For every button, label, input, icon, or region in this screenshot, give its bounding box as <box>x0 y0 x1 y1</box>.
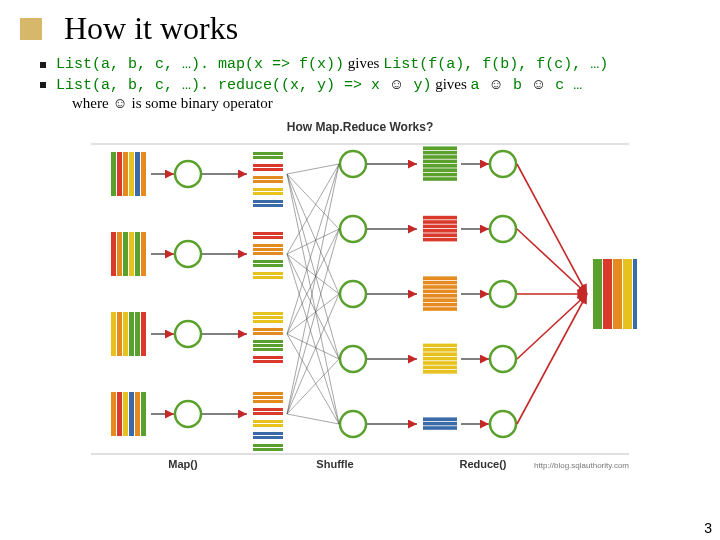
svg-rect-133 <box>423 370 457 374</box>
svg-rect-6 <box>111 232 116 276</box>
svg-point-29 <box>175 321 201 347</box>
svg-text:Reduce(): Reduce() <box>459 458 506 470</box>
svg-point-145 <box>490 346 516 372</box>
svg-rect-127 <box>423 344 457 348</box>
smile-icon: ☺ <box>389 75 404 92</box>
svg-rect-41 <box>253 200 283 203</box>
svg-rect-63 <box>253 360 283 363</box>
svg-rect-44 <box>253 232 283 235</box>
svg-point-147 <box>490 411 516 437</box>
title-accent-box <box>20 18 42 40</box>
svg-rect-67 <box>253 400 283 403</box>
svg-rect-4 <box>135 152 140 196</box>
mapreduce-diagram: Map()ShuffleReduce()http://blog.sqlautho… <box>83 134 637 474</box>
code-fragment: y) <box>404 77 431 94</box>
svg-rect-103 <box>423 151 457 155</box>
svg-rect-9 <box>129 232 134 276</box>
svg-rect-113 <box>423 225 457 229</box>
svg-line-100 <box>287 414 339 424</box>
svg-rect-21 <box>129 392 134 436</box>
svg-rect-75 <box>253 448 283 451</box>
svg-rect-132 <box>423 366 457 370</box>
svg-line-157 <box>517 294 587 424</box>
svg-line-153 <box>517 164 587 294</box>
svg-rect-60 <box>253 344 283 347</box>
svg-rect-58 <box>253 332 283 335</box>
svg-rect-105 <box>423 160 457 164</box>
svg-rect-49 <box>253 260 283 263</box>
svg-rect-61 <box>253 348 283 351</box>
svg-point-79 <box>340 346 366 372</box>
svg-rect-45 <box>253 236 283 239</box>
svg-rect-47 <box>253 248 283 251</box>
svg-line-95 <box>287 334 339 424</box>
svg-rect-69 <box>253 412 283 415</box>
svg-rect-14 <box>123 312 128 356</box>
svg-rect-123 <box>423 298 457 302</box>
svg-rect-128 <box>423 348 457 352</box>
bullet-square-icon <box>40 82 46 88</box>
svg-point-31 <box>175 401 201 427</box>
svg-point-143 <box>490 281 516 307</box>
svg-rect-38 <box>253 180 283 183</box>
svg-rect-119 <box>423 281 457 285</box>
svg-rect-114 <box>423 229 457 233</box>
svg-rect-68 <box>253 408 283 411</box>
svg-rect-5 <box>141 152 146 196</box>
code-fragment: List(f(a), f(b), f(c), …) <box>383 56 608 73</box>
svg-rect-107 <box>423 168 457 172</box>
text-fragment: gives <box>344 55 383 71</box>
svg-rect-19 <box>117 392 122 436</box>
svg-rect-62 <box>253 356 283 359</box>
svg-rect-15 <box>129 312 134 356</box>
svg-point-77 <box>340 216 366 242</box>
svg-rect-35 <box>253 164 283 167</box>
svg-rect-74 <box>253 444 283 447</box>
svg-rect-22 <box>135 392 140 436</box>
svg-rect-112 <box>423 220 457 224</box>
svg-rect-34 <box>253 156 283 159</box>
svg-rect-10 <box>135 232 140 276</box>
svg-rect-51 <box>253 272 283 275</box>
svg-rect-39 <box>253 188 283 191</box>
svg-rect-109 <box>423 177 457 181</box>
svg-rect-65 <box>253 392 283 395</box>
svg-text:Map(): Map() <box>168 458 198 470</box>
svg-point-80 <box>340 411 366 437</box>
svg-rect-152 <box>633 259 637 329</box>
svg-point-141 <box>490 216 516 242</box>
svg-rect-2 <box>123 152 128 196</box>
svg-rect-50 <box>253 264 283 267</box>
svg-line-92 <box>287 229 339 334</box>
svg-rect-18 <box>111 392 116 436</box>
svg-line-98 <box>287 294 339 414</box>
svg-rect-70 <box>253 420 283 423</box>
svg-rect-1 <box>117 152 122 196</box>
svg-point-27 <box>175 241 201 267</box>
code-fragment: a <box>471 77 489 94</box>
svg-rect-57 <box>253 328 283 331</box>
svg-text:http://blog.sqlauthority.com: http://blog.sqlauthority.com <box>534 461 629 470</box>
svg-rect-46 <box>253 244 283 247</box>
smile-icon: ☺ <box>531 75 546 92</box>
svg-rect-16 <box>135 312 140 356</box>
svg-rect-130 <box>423 357 457 361</box>
svg-rect-122 <box>423 294 457 298</box>
diagram-title: How Map.Reduce Works? <box>0 120 720 134</box>
svg-rect-12 <box>111 312 116 356</box>
svg-rect-33 <box>253 152 283 155</box>
svg-rect-71 <box>253 424 283 427</box>
svg-rect-54 <box>253 312 283 315</box>
svg-point-139 <box>490 151 516 177</box>
svg-line-81 <box>287 164 339 174</box>
svg-rect-20 <box>123 392 128 436</box>
svg-rect-135 <box>423 417 457 421</box>
svg-rect-125 <box>423 307 457 311</box>
svg-line-154 <box>517 229 587 294</box>
svg-rect-72 <box>253 432 283 435</box>
svg-rect-36 <box>253 168 283 171</box>
svg-rect-120 <box>423 285 457 289</box>
bullet-item: List(a, b, c, …). map(x => f(x)) gives L… <box>40 55 696 73</box>
svg-rect-7 <box>117 232 122 276</box>
svg-rect-111 <box>423 216 457 220</box>
